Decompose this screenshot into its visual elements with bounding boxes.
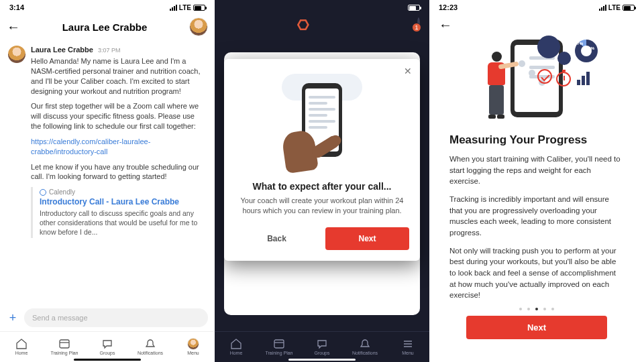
avatar[interactable] [189,17,208,36]
modal-title: What to expect after your call... [235,181,409,192]
link-preview-card[interactable]: Calendly Introductory Call - Laura Lee C… [31,187,207,238]
network-label: LTE [608,4,621,11]
message-paragraph: Our first step together will be a Zoom c… [31,101,207,131]
onboarding-modal: ✕ What to expect after your call... Your… [224,59,420,261]
calendar-icon [273,339,285,349]
chat-body: Laura Lee Crabbe 3:07 PM Hello Amanda! M… [0,42,215,238]
home-indicator[interactable] [288,359,356,361]
message-input[interactable]: Send a message [24,308,208,327]
bell-icon [359,339,371,349]
sender-name: Laura Lee Crabbe [31,46,93,54]
chat-icon [101,339,113,349]
svg-rect-0 [60,340,69,348]
screen-onboarding-modal: 3:13 LTE CALIBER 1 ✕ What to expect afte… [215,0,429,362]
donut-label: 65% [586,46,594,50]
message-paragraph: Let me know if you have any trouble sche… [31,162,207,182]
tab-notifications[interactable]: Notifications [129,332,172,362]
tab-menu[interactable]: Menu [386,332,429,362]
status-right: LTE [170,4,205,11]
message-paragraph: Hello Amanda! My name is Laura Lee and I… [31,56,207,96]
avatar-icon [187,339,199,349]
clock: 12:23 [439,3,458,11]
tab-groups[interactable]: Groups [301,332,343,362]
modal-body: Your coach will create your workout plan… [235,196,409,217]
back-button[interactable]: ← [7,19,20,35]
illustration-phone-hand [278,71,366,172]
body-paragraph: Tracking is incredibly important and wil… [449,194,624,239]
tab-notifications[interactable]: Notifications [343,332,386,362]
attachment-button[interactable]: + [7,311,19,325]
message-composer: + Send a message [0,304,215,331]
tab-home[interactable]: Home [215,332,258,362]
illustration-progress: 65% 97% [453,33,621,127]
battery-icon [193,5,205,11]
link-source: Calendly [49,188,75,196]
notification-badge: 1 [412,23,421,32]
tab-bar: Home Training Plan Groups Notifications … [0,331,215,362]
page-title: Measuring Your Progress [449,133,624,147]
link-card-desc: Introductory call to discuss specific go… [40,209,207,237]
battery-icon [623,5,635,11]
chat-icon [316,339,328,349]
page-indicator [429,308,644,310]
next-button[interactable]: Next [466,316,607,339]
status-bar: 3:14 LTE [0,0,215,12]
back-button[interactable]: ← [439,17,452,32]
tab-bar: Home Training Plan Groups Notifications … [215,331,429,362]
sender-avatar[interactable] [8,46,25,63]
link-card-title: Introductory Call - Laura Lee Crabbe [40,197,207,207]
chat-header: ← Laura Lee Crabbe [0,12,215,42]
bell-icon [144,339,156,349]
home-indicator[interactable] [74,359,141,361]
tab-training-plan[interactable]: Training Plan [258,332,301,362]
screen-measuring-progress: 12:23 LTE ← 65% 97% Measuring Your Prog [429,0,644,362]
gear-icon [557,52,571,65]
tab-home[interactable]: Home [0,332,43,362]
close-button[interactable]: ✕ [404,66,412,76]
network-label: LTE [179,4,191,11]
calendly-icon [40,189,46,196]
screen-chat: 3:14 LTE ← Laura Lee Crabbe Laura Lee Cr… [0,0,215,362]
next-button[interactable]: Next [325,227,409,250]
signal-icon [599,5,606,11]
check-icon [537,69,552,84]
calendar-icon [58,339,70,349]
body-paragraph: Not only will tracking push you to perfo… [449,245,624,301]
tab-menu[interactable]: Menu [172,332,215,362]
home-icon [15,339,28,349]
chat-title: Laura Lee Crabbe [62,21,148,33]
status-bar: 12:23 LTE [429,0,644,12]
calendly-link[interactable]: https://calendly.com/caliber-lauralee-cr… [31,137,150,156]
donut-label: 97% [575,42,583,46]
tab-groups[interactable]: Groups [86,332,129,362]
message-timestamp: 3:07 PM [98,47,121,54]
status-right: LTE [599,4,635,11]
home-icon [230,339,242,349]
menu-icon [402,339,414,349]
signal-icon [170,5,177,11]
body-paragraph: When you start training with Caliber, yo… [449,154,624,187]
battery-icon [408,5,420,11]
stopwatch-icon [556,72,571,86]
clock: 3:14 [9,3,24,11]
back-button[interactable]: Back [235,227,319,250]
svg-rect-2 [274,340,284,348]
bars-icon [577,72,590,85]
gear-icon [537,36,560,58]
tab-training-plan[interactable]: Training Plan [43,332,86,362]
profile-button[interactable]: 1 [417,19,420,31]
